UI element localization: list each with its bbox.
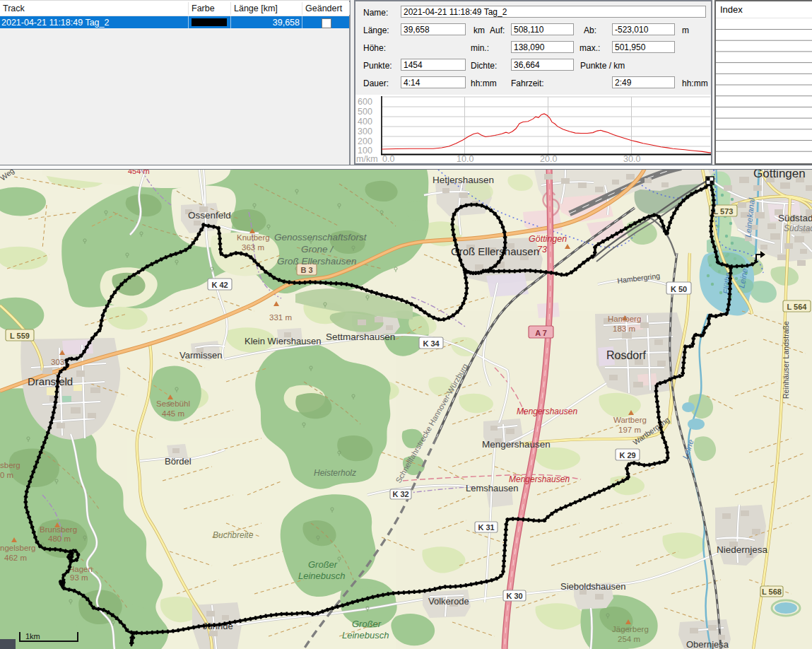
svg-text:Lemshausen: Lemshausen <box>466 483 518 493</box>
svg-text:L 559: L 559 <box>10 332 30 340</box>
svg-text:Settmarshausen: Settmarshausen <box>326 332 395 342</box>
svg-text:Hamberg: Hamberg <box>608 315 641 323</box>
svg-text:Groß Ellershausen: Groß Ellershausen <box>277 256 357 267</box>
svg-text:K 32: K 32 <box>392 490 408 498</box>
svg-text:454 m: 454 m <box>128 170 150 175</box>
svg-text:K 31: K 31 <box>478 523 494 532</box>
svg-text:Klein Wiershausen: Klein Wiershausen <box>245 336 321 346</box>
svg-text:462 m: 462 m <box>4 554 27 562</box>
svg-text:Bördel: Bördel <box>165 456 192 467</box>
svg-text:Grone /: Grone / <box>301 244 334 255</box>
svg-text:K 42: K 42 <box>211 281 228 289</box>
svg-text:K 30: K 30 <box>506 592 522 600</box>
svg-text:600: 600 <box>358 97 372 107</box>
svg-text:Jägerberg: Jägerberg <box>612 625 649 633</box>
svg-text:Hagen: Hagen <box>69 565 93 573</box>
svg-text:m/km: m/km <box>356 154 378 163</box>
svg-text:Hetjershausen: Hetjershausen <box>433 175 494 185</box>
svg-text:K 50: K 50 <box>671 285 687 293</box>
svg-text:Reinhäuser Landstraße: Reinhäuser Landstraße <box>782 321 790 399</box>
svg-text:Südstadt: Südstadt <box>784 223 812 233</box>
svg-text:445 m: 445 m <box>162 409 184 418</box>
svg-text:303: 303 <box>51 358 64 366</box>
svg-text:Sieboldshausen: Sieboldshausen <box>560 581 626 592</box>
svg-text:ngelsberg: ngelsberg <box>0 544 36 552</box>
svg-text:K 34: K 34 <box>423 339 440 348</box>
svg-text:Genossenschaftsforst: Genossenschaftsforst <box>274 232 367 242</box>
svg-text:331 m: 331 m <box>269 313 292 322</box>
svg-text:200: 200 <box>358 136 372 146</box>
svg-text:Mengershausen: Mengershausen <box>517 407 577 416</box>
svg-text:Mengershausen: Mengershausen <box>482 439 551 450</box>
svg-text:Obernjesa: Obernjesa <box>686 639 729 649</box>
svg-text:Buchbreite: Buchbreite <box>213 530 254 540</box>
svg-text:0.0: 0.0 <box>382 154 394 163</box>
svg-text:Göttingen: Göttingen <box>529 234 567 244</box>
svg-text:500: 500 <box>358 107 372 117</box>
svg-text:10.0: 10.0 <box>457 154 473 163</box>
svg-text:Ossenfeld: Ossenfeld <box>188 210 231 221</box>
svg-text:Varmissen: Varmissen <box>180 350 222 361</box>
svg-text:363 m: 363 m <box>242 243 264 252</box>
svg-text:Dransfeld: Dransfeld <box>28 375 73 387</box>
svg-text:Leinebusch: Leinebusch <box>298 571 346 581</box>
svg-text:L 564: L 564 <box>787 303 808 311</box>
svg-text:300: 300 <box>358 127 372 136</box>
svg-text:Heisterholz: Heisterholz <box>314 468 356 478</box>
svg-text:Knutberg: Knutberg <box>237 233 270 242</box>
svg-text:Volkerode: Volkerode <box>428 596 469 607</box>
svg-text:Brunsberg: Brunsberg <box>40 525 77 534</box>
svg-text:L 573: L 573 <box>714 207 734 216</box>
svg-text:183 m: 183 m <box>613 324 635 333</box>
svg-text:B 3: B 3 <box>300 266 312 274</box>
svg-text:Groß Ellershausen: Groß Ellershausen <box>451 245 539 257</box>
svg-text:Leinebusch: Leinebusch <box>342 630 389 641</box>
svg-text:L 568: L 568 <box>762 587 782 596</box>
svg-text:400: 400 <box>358 117 372 127</box>
svg-text:Rosdorf: Rosdorf <box>606 349 647 361</box>
svg-text:Niedernjesa: Niedernjesa <box>717 544 768 555</box>
svg-text:sberg: sberg <box>0 461 20 469</box>
svg-text:0 m: 0 m <box>0 471 13 479</box>
svg-text:Mengershausen: Mengershausen <box>509 474 570 484</box>
svg-text:Großer: Großer <box>352 619 382 629</box>
svg-text:K 29: K 29 <box>619 451 635 460</box>
svg-text:Göttingen: Göttingen <box>753 170 806 180</box>
svg-text:Großer: Großer <box>308 559 338 570</box>
svg-text:20.0: 20.0 <box>540 154 557 163</box>
svg-text:1km: 1km <box>25 632 40 641</box>
svg-text:254 m: 254 m <box>618 635 640 643</box>
svg-text:A 7: A 7 <box>535 329 547 337</box>
svg-text:30.0: 30.0 <box>623 154 640 163</box>
svg-text:Südstadt: Südstadt <box>778 213 812 223</box>
svg-text:Sesebühl: Sesebühl <box>156 399 190 408</box>
svg-text:93 m: 93 m <box>70 573 88 582</box>
svg-text:480 m: 480 m <box>48 534 71 543</box>
svg-text:197 m: 197 m <box>618 426 641 434</box>
svg-text:73: 73 <box>537 245 547 255</box>
svg-text:Wartberg: Wartberg <box>613 416 647 424</box>
